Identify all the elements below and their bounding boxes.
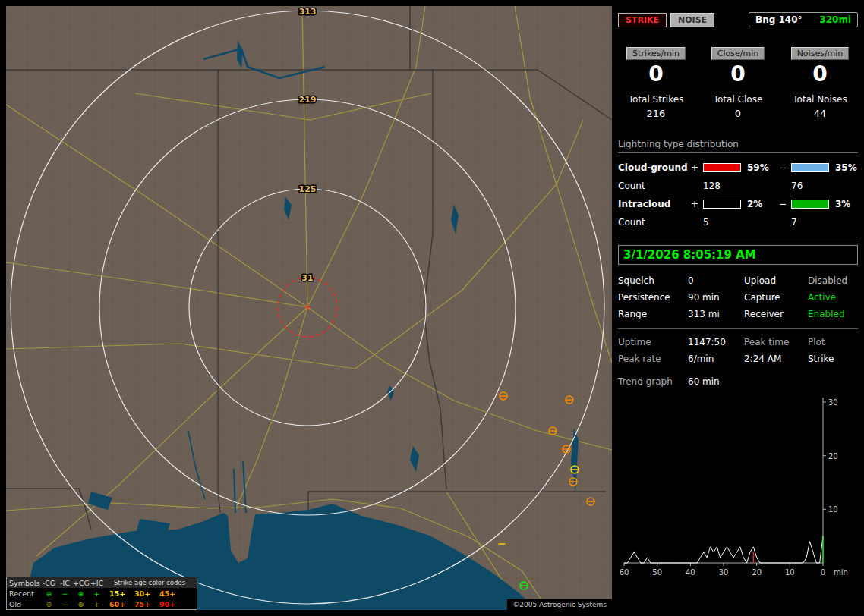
legend-old-row: Old ⊖ − ⊕ + 60+ 75+ 90+ [7, 599, 197, 609]
trend-chart-canvas: 1020306050403020100min [618, 391, 858, 583]
cg-count-label: Count [618, 181, 691, 191]
persistence-label: Persistence [618, 292, 688, 303]
ic-minus-pct: 3% [832, 199, 862, 209]
trend-graph: 1020306050403020100min [618, 391, 858, 585]
ic-plus-bar-fill [704, 200, 740, 208]
strikes-per-min-value: 0 [618, 63, 694, 86]
datetime-display: 3/1/2026 8:05:19 AM [618, 245, 858, 265]
capture-label: Capture [744, 292, 808, 303]
divider [618, 328, 858, 329]
squelch-label: Squelch [618, 275, 688, 286]
svg-text:30: 30 [719, 568, 729, 577]
legend-recent-row: Recent ⊖ − ⊕ + 15+ 30+ 45+ [7, 588, 197, 599]
cg-plus-sign: + [691, 162, 703, 173]
close-column: Close/min 0 Total Close 0 [700, 47, 776, 119]
cg-minus-pct: 35% [832, 162, 862, 173]
ring-label-219: 219 [299, 95, 317, 105]
ring-label-31: 31 [301, 273, 313, 283]
upload-status: Disabled [808, 275, 856, 286]
cg-plus-count: 128 [703, 181, 744, 191]
close-per-min-label: Close/min [711, 47, 765, 60]
uptime-label: Uptime [618, 337, 688, 347]
ic-minus-bar [791, 200, 829, 209]
legend-header: Symbols -CG -IC +CG +IC Strike age color… [7, 577, 197, 588]
svg-text:10: 10 [785, 568, 795, 577]
ic-plus-pct: 2% [744, 199, 779, 209]
capture-status: Active [808, 292, 856, 303]
recent-pos-ic-icon: + [89, 589, 105, 598]
total-strikes-value: 216 [618, 108, 694, 119]
ic-minus-sign: − [779, 199, 791, 209]
ic-plus-count: 5 [703, 217, 744, 228]
svg-text:60: 60 [620, 568, 629, 577]
settings-table: Squelch 0 Upload Disabled Persistence 90… [618, 275, 858, 319]
recent-pos-cg-icon: ⊕ [73, 589, 89, 598]
range-label: Range [618, 309, 688, 319]
lightning-map[interactable]: 313 219 125 31 Symbols -CG -IC +CG +IC S… [6, 6, 612, 610]
cg-minus-bar [791, 163, 829, 172]
age-60: 60+ [105, 600, 130, 608]
total-noises-value: 44 [782, 108, 858, 119]
copyright-credit: ©2005 Astrogenic Systems [506, 599, 612, 610]
trend-header: Trend graph 60 min [618, 376, 858, 387]
toolbar: STRIKE NOISE Bng 140° 320mi [618, 6, 858, 27]
recent-neg-ic-icon: − [57, 589, 73, 598]
svg-text:50: 50 [652, 568, 662, 577]
ring-label-125: 125 [299, 184, 317, 194]
age-45: 45+ [155, 589, 180, 598]
squelch-value: 0 [688, 275, 744, 286]
legend-symbols-label: Symbols [9, 579, 41, 587]
map-legend: Symbols -CG -IC +CG +IC Strike age color… [6, 577, 197, 610]
cg-plus-bar-fill [704, 164, 740, 171]
trend-graph-label: Trend graph [618, 376, 688, 387]
old-neg-cg-icon: ⊖ [41, 600, 57, 608]
recent-neg-cg-icon: ⊖ [41, 589, 57, 598]
persistence-value: 90 min [688, 292, 744, 303]
legend-col-neg-cg: -CG [41, 579, 57, 587]
uptime-value: 1147:50 [688, 337, 744, 347]
total-close-value: 0 [700, 108, 776, 119]
legend-recent-label: Recent [9, 589, 41, 598]
cg-minus-bar-fill [792, 164, 828, 171]
range-setting-value: 313 mi [688, 309, 744, 319]
ic-minus-count: 7 [791, 217, 832, 228]
strike-button[interactable]: STRIKE [618, 13, 667, 27]
ic-count-label: Count [618, 217, 691, 228]
legend-col-pos-ic: +IC [89, 579, 105, 587]
cg-plus-pct: 59% [744, 162, 779, 173]
total-strikes-label: Total Strikes [618, 94, 694, 105]
cg-plus-bar [703, 163, 741, 172]
ring-label-313: 313 [299, 7, 317, 17]
ic-plus-bar [703, 200, 741, 209]
total-noises-label: Total Noises [782, 94, 858, 105]
total-close-label: Total Close [700, 94, 776, 105]
upload-label: Upload [744, 275, 808, 286]
close-per-min-value: 0 [700, 63, 776, 86]
old-pos-ic-icon: + [89, 600, 105, 608]
receiver-label: Receiver [744, 309, 808, 319]
noises-per-min-value: 0 [782, 63, 858, 86]
cg-minus-sign: − [779, 162, 791, 173]
peak-rate-label: Peak rate [618, 354, 688, 364]
legend-age-title: Strike age color codes [105, 579, 194, 586]
stats-table: Uptime 1147:50 Peak time Plot Peak rate … [618, 337, 858, 364]
age-15: 15+ [105, 589, 130, 598]
receiver-status: Enabled [808, 309, 856, 319]
ic-minus-bar-fill [792, 200, 828, 208]
cg-minus-count: 76 [791, 181, 832, 191]
legend-col-neg-ic: -IC [57, 579, 73, 587]
map-canvas: 313 219 125 31 [6, 6, 612, 610]
control-panel: STRIKE NOISE Bng 140° 320mi Strikes/min … [618, 6, 858, 610]
strikes-per-min-label: Strikes/min [626, 47, 686, 60]
peak-time-value: 2:24 AM [744, 354, 808, 364]
rate-counters: Strikes/min 0 Total Strikes 216 Close/mi… [618, 47, 858, 119]
bearing-range-display: Bng 140° 320mi [749, 12, 858, 27]
legend-col-pos-cg: +CG [73, 579, 89, 587]
age-90: 90+ [155, 600, 180, 608]
peak-rate-value: 6/min [688, 354, 744, 364]
legend-old-label: Old [9, 600, 41, 608]
noise-button[interactable]: NOISE [670, 13, 714, 27]
distribution-title: Lightning type distribution [618, 139, 858, 153]
strikes-column: Strikes/min 0 Total Strikes 216 [618, 47, 694, 119]
noises-per-min-label: Noises/min [791, 47, 850, 60]
